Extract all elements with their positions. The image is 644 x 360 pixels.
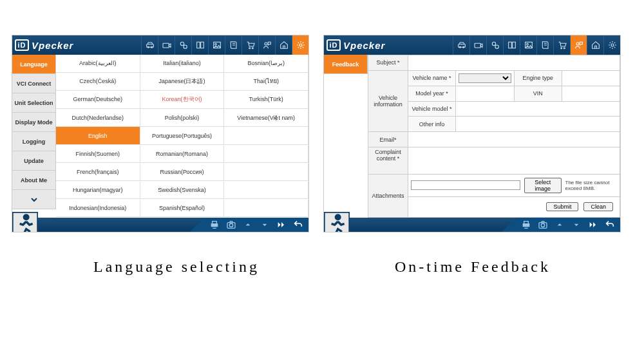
back-return-icon[interactable] [293,220,303,230]
feedback-screen: iD Vpecker Feedback Subject * Vehicle in… [323,35,621,232]
camera-footer-icon[interactable] [226,220,236,230]
complaint-textarea[interactable] [411,149,617,173]
book-icon[interactable] [191,35,208,55]
logo-badge: iD [327,39,341,51]
down-arrow-icon[interactable] [571,220,582,230]
caption-right: On-time Feedback [395,258,551,276]
language-option[interactable]: Romanian(Romana) [140,146,225,164]
sidebar-more-chevron-icon[interactable] [12,190,56,209]
language-option[interactable]: Korean(한국어) [140,91,225,109]
svg-point-24 [560,48,562,49]
gear-pair-icon[interactable] [486,35,503,55]
attachment-path-input[interactable] [411,180,520,190]
sidebar-item-feedback[interactable]: Feedback [324,55,368,74]
up-arrow-icon[interactable] [554,220,565,230]
cart-icon[interactable] [553,35,570,55]
language-screen: iD Vpecker LanguageVCI ConnectUnit Selec… [12,35,309,232]
print-icon[interactable] [209,220,220,230]
car-front-icon[interactable] [141,35,158,55]
clean-button[interactable]: Clean [583,202,613,211]
manual-icon[interactable] [536,35,553,55]
sidebar-item-logging[interactable]: Logging [12,132,56,151]
vin-label: VIN [514,86,562,101]
gear-pair-icon[interactable] [175,35,191,55]
vehicle-model-input[interactable] [459,104,617,114]
language-option[interactable]: Indonesian(Indonesia) [56,200,140,218]
svg-point-31 [541,223,544,227]
footer-slope [190,218,204,232]
language-option[interactable]: Japanese(日本語) [140,73,225,91]
logo-badge: iD [15,39,29,51]
language-option[interactable]: Arabic(العربية) [56,55,140,73]
cart-icon[interactable] [242,35,258,55]
language-option[interactable]: Thai(ไทย) [224,73,308,91]
language-option[interactable]: German(Deutsche) [56,91,140,109]
language-option[interactable]: Polish(polski) [140,109,225,127]
select-image-button[interactable]: Select image [524,178,562,193]
language-option[interactable]: Russian(Россия) [140,164,225,182]
language-grid: Arabic(العربية)Italian(italiano)Bosnian(… [56,55,308,218]
back-return-icon[interactable] [605,220,615,230]
forward-double-icon[interactable] [276,220,287,230]
sidebar-item-language[interactable]: Language [12,55,56,74]
language-option[interactable]: Dutch(Nederlandse) [56,109,140,127]
language-option[interactable]: Swedish(Svenska) [140,182,225,200]
manual-icon[interactable] [225,35,242,55]
other-info-input[interactable] [459,119,617,129]
home-icon[interactable] [587,35,603,55]
language-option[interactable]: Hungarian(magyar) [56,182,140,200]
file-size-hint: The file size cannot exceed 8MB. [565,180,617,191]
language-option[interactable]: Spanish(Español) [140,200,225,218]
app-brand: Vpecker [32,40,73,51]
image-icon[interactable] [520,35,536,55]
language-option[interactable]: Turkish(Türk) [224,91,308,109]
sidebar-item-display-mode[interactable]: Display Mode [12,113,56,132]
person-chat-icon[interactable] [570,35,587,55]
language-option[interactable]: Bosnian(برصا) [224,55,308,73]
settings-gear-icon[interactable] [292,35,308,55]
down-arrow-icon[interactable] [260,220,270,230]
sidebar-item-update[interactable]: Update [12,151,56,171]
camera-icon[interactable] [158,35,175,55]
image-icon[interactable] [208,35,225,55]
person-chat-icon[interactable] [258,35,275,55]
language-option[interactable]: Vietnamese(Việt nam) [224,109,308,127]
language-option[interactable]: Czech(Česká) [56,73,140,91]
sidebar-item-about-me[interactable]: About Me [12,171,56,190]
run-man-icon[interactable] [324,212,350,232]
sidebar-item-vci-connect[interactable]: VCI Connect [12,74,56,93]
settings-gear-icon[interactable] [603,35,620,55]
sidebar-item-unit-selection[interactable]: Unit Selection [12,93,56,113]
feedback-form: Subject * Vehicle information Vehicle na… [368,55,620,218]
email-input[interactable] [411,135,617,144]
home-icon[interactable] [275,35,292,55]
svg-rect-19 [475,43,480,48]
up-arrow-icon[interactable] [243,220,253,230]
forward-double-icon[interactable] [588,220,598,230]
language-empty-cell [224,200,308,218]
vehicle-name-select[interactable] [459,73,511,83]
app-brand: Vpecker [343,40,385,51]
car-front-icon[interactable] [453,35,469,55]
print-icon[interactable] [521,220,531,230]
language-empty-cell [224,127,308,145]
vin-input[interactable] [565,89,617,99]
svg-point-21 [495,45,498,48]
language-option[interactable]: French(français) [56,164,140,182]
language-option[interactable]: Portuguese(Português) [140,127,225,145]
engine-type-input[interactable] [565,73,617,83]
book-icon[interactable] [503,35,520,55]
language-content: Arabic(العربية)Italian(italiano)Bosnian(… [56,55,308,218]
camera-footer-icon[interactable] [538,220,548,230]
subject-input[interactable] [411,58,617,68]
language-option[interactable]: Italian(italiano) [140,55,225,73]
svg-point-4 [180,42,184,45]
language-option[interactable]: Finnish(Suomen) [56,146,140,164]
submit-button[interactable]: Submit [546,202,578,211]
run-man-icon[interactable] [12,212,38,232]
model-year-input[interactable] [459,89,511,99]
camera-icon[interactable] [469,35,486,55]
svg-point-20 [492,42,495,45]
language-option[interactable]: English [56,127,140,145]
feedback-content: Subject * Vehicle information Vehicle na… [368,55,620,218]
